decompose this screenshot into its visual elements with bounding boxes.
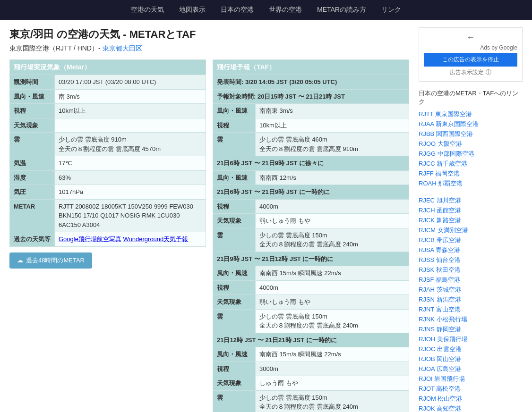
nav-item-links[interactable]: リンク [381,6,401,14]
ad-back-icon[interactable]: ← [424,33,517,42]
sidebar-airport-link[interactable]: RJOO 大阪空港 [419,140,462,147]
sidebar-link-item: RJOO 大阪空港 [419,140,523,148]
sidebar-airport-link[interactable]: RJSS 仙台空港 [419,256,461,263]
metar-row: 雲少しの雲 雲底高度 910m 全天の８割程度の雲 雲底高度 4570m [10,133,206,156]
sidebar-airport-link[interactable]: RJGG 中部国際空港 [419,150,474,157]
sidebar-airport-link[interactable]: RJAA 新東京国際空港 [419,120,479,127]
sidebar-airport-link[interactable]: RJNT 富山空港 [419,306,461,313]
taf-row-label: 雲 [213,390,256,412]
metar-row: 気温17℃ [10,156,206,171]
sidebar-link-item: RJCM 女満別空港 [419,226,523,235]
sidebar-link-item: RJCB 帯広空港 [419,236,523,244]
metar-row-value: 南 3m/s [55,89,206,104]
metar-row-label: 視程 [10,104,55,118]
ad-block: ← Ads by Google この広告の表示を停止 広告表示設定 ⓘ [419,27,523,82]
metar-row-label: 天気現象 [10,118,55,133]
taf-row-value: 3000m [256,362,409,376]
sidebar-link-item: RJOT 高松空港 [419,385,523,393]
sidebar-airport-link[interactable]: RJSN 新潟空港 [419,296,461,303]
sidebar-airport-link[interactable]: RJOI 岩国飛行場 [419,375,465,382]
metar-history-button[interactable]: ☁ 過去48時間のMETAR [9,252,92,269]
sidebar-airport-link[interactable]: RJOA 広島空港 [419,365,461,372]
sidebar-link-item: RJOK 高知空港 [419,404,523,412]
taf-row: 風向・風速南南西 15m/s 瞬間風速 22m/s [213,266,409,281]
taf-section-header-text: 21日12時 JST 〜 21日21時 JST に一時的に [213,333,409,347]
taf-header: 飛行場予報（TAF） [213,60,409,75]
metar-row-label: METAR [10,199,55,232]
sidebar-airport-link[interactable]: RJNK 小松飛行場 [419,316,467,323]
ad-settings-text[interactable]: 広告表示設定 [450,68,484,76]
sidebar-airport-link[interactable]: RJCB 帯広空港 [419,236,461,244]
sidebar-airport-link[interactable]: RJOM 松山空港 [419,395,462,402]
taf-row-value: 弱いしゅう雨 もや [256,214,409,228]
metar-row-value: 03/20 17:00 JST (03/20 08:00 UTC) [55,75,206,90]
metar-link-0[interactable]: Google飛行場航空写真 [59,235,121,243]
cloud-icon: ☁ [17,257,23,264]
sidebar-airport-link[interactable]: RJOT 高松空港 [419,385,461,392]
taf-section-header: 21日6時 JST 〜 21日9時 JST に徐々に [213,156,409,171]
nav-item-japan-airports[interactable]: 日本の空港 [221,6,254,14]
sidebar: ← Ads by Google この広告の表示を停止 広告表示設定 ⓘ 日本の空… [419,27,523,412]
taf-section-header-text: 21日6時 JST 〜 21日9時 JST に一時的に [213,185,409,200]
sidebar-link-item: RJOH 美保飛行場 [419,335,523,344]
tables-row: 飛行場実況気象（Metar） 観測時間03/20 17:00 JST (03/2… [9,59,409,412]
sidebar-airport-link[interactable]: RJAH 茨城空港 [419,286,461,293]
sidebar-airport-link[interactable]: RJCH 函館空港 [419,207,461,214]
sidebar-airport-link[interactable]: RJBB 関西国際空港 [419,130,473,137]
metar-link-1[interactable]: Wunderground天気予報 [123,235,189,243]
taf-forecast-period-row: 予報対象時間: 20日15時 JST 〜 21日21時 JST [213,89,409,104]
metar-btn-wrap: ☁ 過去48時間のMETAR [9,252,206,269]
taf-row-value: 4000m [256,199,409,214]
sidebar-link-item: RJSK 秋田空港 [419,266,523,274]
taf-row-label: 視程 [213,280,256,295]
taf-row: 雲少しの雲 雲底高度 150m 全天の８割程度の雲 雲底高度 240m [213,390,409,412]
taf-row-label: 雲 [213,228,256,252]
metar-row-label: 気圧 [10,185,55,200]
taf-row-label: 視程 [213,199,256,214]
sidebar-airport-link[interactable]: RJTT 東京国際空港 [419,110,472,118]
sidebar-airport-link[interactable]: RJOK 高知空港 [419,405,461,412]
taf-row-label: 風向・風速 [213,104,256,118]
sidebar-airport-link[interactable]: ROAH 那覇空港 [419,180,463,187]
metar-row-label: 湿度 [10,170,55,185]
nav-item-map[interactable]: 地図表示 [179,6,206,14]
metar-row-label: 過去の天気等 [10,232,55,247]
sidebar-link-item: RJSN 新潟空港 [419,295,523,304]
nav-item-airport-weather[interactable]: 空港の天気 [131,6,164,14]
sidebar-link-item: RJCC 新千歳空港 [419,160,523,168]
sidebar-link-item: RJCK 釧路空港 [419,216,523,225]
taf-row-label: 雲 [213,309,256,333]
sidebar-airport-link[interactable]: RJOC 出雲空港 [419,345,462,353]
sidebar-link-item: RJFF 福岡空港 [419,169,523,178]
page-title: 東京/羽田 の空港の天気 - METARとTAF [9,27,409,42]
metar-table: 飛行場実況気象（Metar） 観測時間03/20 17:00 JST (03/2… [9,59,206,247]
sidebar-airport-link[interactable]: RJNS 静岡空港 [419,326,461,333]
metar-row-value: 10km以上 [55,104,206,118]
nav-item-world-airports[interactable]: 世界の空港 [269,6,302,14]
sidebar-link-item: RJOA 広島空港 [419,365,523,373]
taf-row-value: 南南西 15m/s 瞬間風速 22m/s [256,347,409,362]
airport-subtitle-link[interactable]: 東京都大田区 [103,44,142,52]
sidebar-airport-link[interactable]: RJFF 福岡空港 [419,170,460,177]
sidebar-airport-link[interactable]: RJCK 釧路空港 [419,217,461,224]
nav-item-metar-guide[interactable]: METARの読み方 [317,6,366,14]
sidebar-link-item: ROAH 那覇空港 [419,179,523,188]
sidebar-airport-link[interactable]: RJOB 岡山空港 [419,355,461,362]
sidebar-airport-link[interactable]: RJSF 福島空港 [419,276,460,283]
sidebar-airport-link[interactable]: RJCC 新千歳空港 [419,160,467,167]
taf-row: 視程10km以上 [213,118,409,133]
sidebar-link-item: RJOC 出雲空港 [419,345,523,353]
taf-row: 天気現象弱いしゅう雨 もや [213,295,409,310]
taf-row-value: 少しの雲 雲底高度 460m 全天の８割程度の雲 雲底高度 910m [256,133,409,156]
metar-row-value: 63% [55,170,206,185]
sidebar-link-item: RJAH 茨城空港 [419,286,523,294]
sidebar-airport-link[interactable]: RJCM 女満別空港 [419,227,468,234]
sidebar-link-item: RJCH 函館空港 [419,206,523,215]
metar-row-value: RJTT 200800Z 18005KT 150V250 9999 FEW030… [55,199,206,232]
sidebar-airport-link[interactable]: RJOH 美保飛行場 [419,336,468,343]
taf-row-value: 10km以上 [256,118,409,133]
ad-stop-button[interactable]: この広告の表示を停止 [424,53,517,67]
sidebar-airport-link[interactable]: RJSK 秋田空港 [419,266,461,273]
sidebar-airport-link[interactable]: RJEC 旭川空港 [419,197,461,204]
sidebar-airport-link[interactable]: RJSA 青森空港 [419,246,460,253]
